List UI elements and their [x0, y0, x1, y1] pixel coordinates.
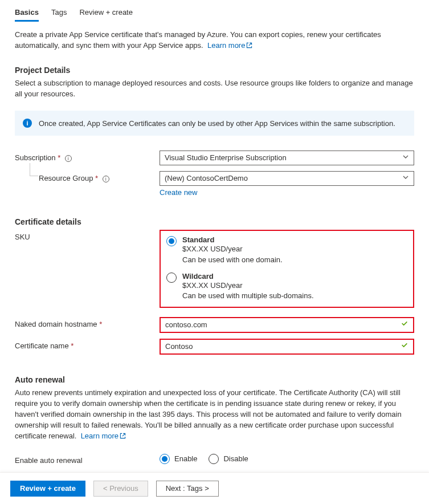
subscription-label: Subscription * i [15, 151, 160, 162]
auto-renewal-desc: Auto renew prevents untimely expiration … [15, 388, 414, 442]
next-button[interactable]: Next : Tags > [156, 481, 219, 497]
sku-title: Wildcard [182, 272, 314, 281]
tab-review[interactable]: Review + create [79, 6, 133, 22]
certname-label: Certificate name * [15, 339, 160, 350]
enable-auto-renewal-label: Enable auto renewal [15, 453, 160, 465]
sku-option-wildcard[interactable]: Wildcard $XX.XX USD/year Can be used wit… [166, 271, 407, 302]
sku-title: Standard [182, 235, 283, 244]
sku-options-box: Standard $XX.XX USD/year Can be used wit… [160, 230, 414, 308]
resource-group-select[interactable]: (New) ContosoCertDemo [160, 171, 414, 186]
auto-renewal-enable[interactable]: Enable [160, 453, 197, 464]
chevron-down-icon [402, 172, 409, 185]
sku-option-standard[interactable]: Standard $XX.XX USD/year Can be used wit… [166, 234, 407, 270]
tab-bar: Basics Tags Review + create [15, 0, 414, 22]
check-icon [401, 318, 408, 332]
intro-text: Create a private App Service certificate… [15, 30, 414, 52]
previous-button: < Previous [93, 481, 148, 497]
project-details-heading: Project Details [15, 66, 414, 75]
resource-group-label: Resource Group * i [15, 171, 160, 182]
form-scroll-area[interactable]: Basics Tags Review + create Create a pri… [0, 0, 429, 472]
certname-input[interactable]: Contoso [160, 339, 414, 355]
tab-tags[interactable]: Tags [51, 6, 67, 22]
check-icon [401, 340, 408, 353]
create-new-link[interactable]: Create new [160, 188, 197, 197]
learn-more-link[interactable]: Learn more [81, 432, 126, 440]
radio-icon[interactable] [160, 454, 170, 464]
auto-renewal-disable[interactable]: Disable [209, 453, 248, 464]
info-icon: i [23, 119, 32, 128]
certificate-details-heading: Certificate details [15, 217, 414, 226]
external-link-icon [246, 41, 252, 52]
sku-price: $XX.XX USD/year [182, 281, 314, 291]
tab-basics[interactable]: Basics [15, 6, 39, 22]
radio-label: Disable [223, 454, 248, 463]
sku-label: SKU [15, 230, 160, 241]
review-create-button[interactable]: Review + create [10, 481, 85, 497]
auto-renewal-heading: Auto renewal [15, 375, 414, 384]
radio-label: Enable [174, 454, 197, 463]
learn-more-link[interactable]: Learn more [207, 41, 252, 50]
subscription-select[interactable]: Visual Studio Enterprise Subscription [160, 151, 414, 165]
project-details-desc: Select a subscription to manage deployed… [15, 78, 414, 100]
chevron-down-icon [402, 151, 409, 165]
info-icon[interactable]: i [103, 176, 109, 182]
hostname-input[interactable]: contoso.com [160, 317, 414, 333]
info-icon[interactable]: i [65, 155, 72, 162]
info-banner: i Once created, App Service Certificates… [15, 111, 414, 136]
sku-desc: Can be used with multiple sub-domains. [182, 291, 314, 301]
wizard-footer: Review + create < Previous Next : Tags > [0, 472, 429, 504]
sku-price: $XX.XX USD/year [182, 244, 283, 254]
radio-icon[interactable] [209, 454, 219, 464]
radio-icon[interactable] [166, 273, 177, 283]
sku-desc: Can be used with one domain. [182, 255, 283, 265]
external-link-icon [120, 432, 126, 442]
hostname-label: Naked domain hostname * [15, 317, 160, 328]
info-banner-text: Once created, App Service Certificates c… [39, 119, 395, 128]
radio-icon[interactable] [166, 236, 177, 246]
